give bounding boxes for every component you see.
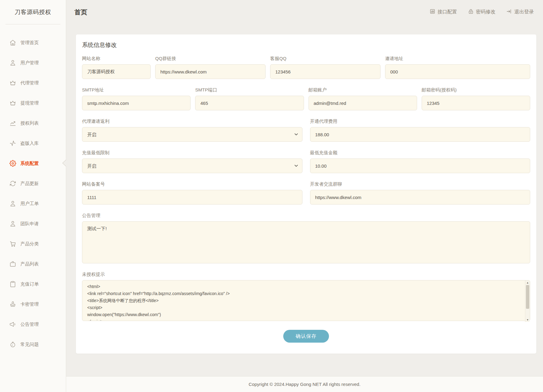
cart-icon [9,241,16,247]
sidebar-item-user-tickets[interactable]: 用户工单 [0,194,66,214]
gear-icon [9,160,16,167]
api-config-label: 接口配置 [438,9,457,15]
email-account-label: 邮箱账户 [309,87,417,93]
min-recharge-amount-input[interactable] [310,159,530,173]
field-recharge-min-limit: 充值最低限制 开启 [82,150,302,173]
field-smtp-port: SMTP端口 [195,87,304,110]
smtp-address-input[interactable] [82,96,191,110]
topbar-actions: 接口配置 密码修改 退出登录 [430,9,534,16]
form-row-5: 网站备案号 开发者交流群聊 [82,181,530,205]
crown-icon [9,80,16,86]
crown-icon [9,100,16,106]
topbar: 首页 接口配置 密码修改 退出登录 [66,0,543,24]
sidebar-item-admin-home[interactable]: 管理首页 [0,33,66,53]
clipboard-icon [9,281,16,287]
recharge-min-limit-select-wrap: 开启 [82,159,302,173]
email-account-input[interactable] [309,96,417,110]
change-password-label: 密码修改 [476,9,495,15]
sidebar-item-agent-management[interactable]: 代理管理 [0,73,66,93]
sidebar-item-piracy-storage[interactable]: 盗版入库 [0,133,66,153]
sidebar-item-label: 代理管理 [20,80,39,86]
field-email-account: 邮箱账户 [309,87,417,110]
unauthorized-tip-wrap: <html> <link rel="shortcut icon" href="h… [82,280,530,322]
briefcase-icon [9,261,16,267]
email-password-input[interactable] [422,96,530,110]
activity-icon [9,140,16,147]
sidebar-item-withdraw-management[interactable]: 提现管理 [0,93,66,113]
field-smtp-address: SMTP地址 [82,87,191,110]
sidebar-item-system-config[interactable]: 系统配置 [0,153,66,173]
service-qq-label: 客服QQ [270,55,380,62]
smtp-port-label: SMTP端口 [195,87,304,93]
user-icon [9,200,16,207]
field-agent-open-fee: 开通代理费用 [310,118,530,142]
sidebar-item-user-management[interactable]: 用户管理 [0,53,66,73]
sidebar-item-product-update[interactable]: 产品更新 [0,173,66,194]
min-recharge-amount-label: 最低充值金额 [310,150,530,156]
qq-group-link-input[interactable] [155,64,266,79]
logout-icon [506,9,512,16]
site-icp-label: 网站备案号 [82,181,302,187]
form-row-1: 网站名称 QQ群链接 客服QQ 邀请地址 [82,55,530,79]
content-area: 系统信息修改 网站名称 QQ群链接 客服QQ [66,24,543,376]
scroll-down-arrow[interactable]: ▼ [525,318,530,322]
unauthorized-tip-textarea[interactable]: <html> <link rel="shortcut icon" href="h… [82,280,530,321]
scroll-up-arrow[interactable]: ▲ [525,280,530,285]
field-developer-group: 开发者交流群聊 [310,181,530,205]
change-password-button[interactable]: 密码修改 [468,9,495,16]
qq-group-link-label: QQ群链接 [155,55,266,62]
sidebar-item-label: 产品列表 [20,261,39,267]
recharge-min-limit-select[interactable]: 开启 [82,159,302,173]
sidebar-item-license-list[interactable]: 授权列表 [0,113,66,133]
sidebar-item-card-key-management[interactable]: 卡密管理 [0,294,66,314]
sidebar-item-product-category[interactable]: 产品分类 [0,234,66,254]
field-notice: 公告管理 测试一下! [82,212,530,263]
logout-label: 退出登录 [514,9,534,15]
sidebar-item-label: 产品更新 [20,181,39,187]
smtp-port-input[interactable] [195,96,304,110]
stamp-icon [9,301,16,308]
stopwatch-icon [9,341,16,348]
page-title: 首页 [74,8,87,16]
user-icon [9,220,16,227]
sidebar-item-team-application[interactable]: 团队申请 [0,214,66,234]
save-button[interactable]: 确认保存 [283,330,329,343]
sidebar-item-label: 用户管理 [20,60,39,66]
scrollbar[interactable]: ▲ ▼ [525,280,530,322]
notice-textarea[interactable]: 测试一下! [82,221,530,263]
site-name-input[interactable] [82,64,151,79]
scrollbar-thumb[interactable] [526,285,529,309]
site-icp-input[interactable] [82,190,302,205]
field-service-qq: 客服QQ [270,55,380,79]
sidebar-item-product-list[interactable]: 产品列表 [0,254,66,274]
sidebar-item-label: 团队申请 [20,221,39,227]
home-icon [9,39,16,46]
api-config-icon [430,9,435,16]
system-info-card: 系统信息修改 网站名称 QQ群链接 客服QQ [76,34,536,354]
service-qq-input[interactable] [270,64,380,79]
field-unauthorized-tip: 未授权提示 <html> <link rel="shortcut icon" h… [82,271,530,322]
footer: Copyright © 2024.Happy Gong NET All righ… [66,376,543,392]
logout-button[interactable]: 退出登录 [506,9,534,16]
sidebar-item-announcement-management[interactable]: 公告管理 [0,314,66,334]
smtp-address-label: SMTP地址 [82,87,191,93]
sidebar-item-faq[interactable]: 常见问题 [0,334,66,355]
sidebar-item-label: 常见问题 [20,342,39,347]
email-password-label: 邮箱密码(授权码) [422,87,530,93]
agent-invite-rebate-select[interactable]: 开启 [82,127,302,142]
refresh-icon [9,180,16,187]
agent-open-fee-input[interactable] [310,127,530,142]
api-config-button[interactable]: 接口配置 [430,9,457,16]
field-site-name: 网站名称 [82,55,151,79]
sidebar-item-recharge-orders[interactable]: 充值订单 [0,274,66,294]
brand-logo: 刀客源码授权 [0,0,66,24]
megaphone-icon [9,321,16,328]
form-row-3: 代理邀请返利 开启 开通代理费用 [82,118,530,142]
copyright-text: Copyright © 2024.Happy Gong NET All righ… [249,382,361,387]
unauthorized-tip-label: 未授权提示 [82,271,530,277]
main-column: 首页 接口配置 密码修改 退出登录 系统信息修改 [66,0,543,392]
field-invite-address: 邀请地址 [385,55,530,79]
developer-group-input[interactable] [310,190,530,205]
invite-address-input[interactable] [385,64,530,79]
sidebar-item-label: 授权列表 [20,120,39,126]
